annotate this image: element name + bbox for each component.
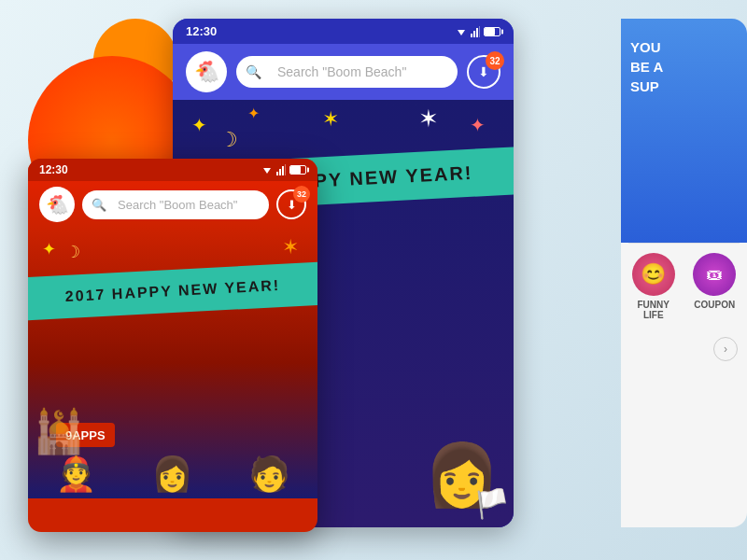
search-icon: 🔍 (246, 64, 261, 79)
back-search-bar[interactable]: 🔍 Search "Boom Beach" (236, 56, 458, 88)
front-search-bar[interactable]: 🔍 Search "Boom Beach" (82, 190, 269, 219)
front-badge: 32 (293, 186, 310, 203)
front-top-bar: 🐔 🔍 Search "Boom Beach" ⬇ 32 (28, 181, 317, 228)
nav-arrow-btn[interactable]: › (713, 337, 738, 361)
front-signal-icon (276, 164, 286, 175)
front-ribbon: 2017 HAPPY NEW YEAR! (28, 261, 317, 320)
india-flag: 🏳️ (474, 487, 509, 520)
app-item-coupon[interactable]: 🎟 COUPON (690, 253, 740, 320)
back-status-bar: 12:30 (173, 19, 514, 44)
svg-rect-7 (279, 169, 281, 175)
arrow-icon: › (724, 343, 727, 356)
char-2: 👩 (151, 455, 193, 494)
coupon-label: COUPON (694, 300, 735, 310)
battery-icon (484, 27, 500, 36)
signal-icon (471, 26, 480, 37)
front-mosque: 🕌 (33, 407, 85, 456)
front-fw-2: ✶ (282, 235, 299, 259)
svg-rect-9 (285, 164, 286, 175)
back-time: 12:30 (186, 24, 217, 38)
svg-rect-6 (276, 172, 278, 175)
front-battery-icon (289, 165, 306, 175)
char-1: 👲 (55, 455, 97, 494)
firework-1: ✦ (191, 114, 207, 136)
front-status-bar: 12:30 (28, 159, 317, 181)
svg-rect-1 (471, 34, 472, 37)
front-search-placeholder: Search "Boom Beach" (118, 198, 237, 212)
nav-arrow-wrap: › (621, 329, 747, 369)
front-moon: ☽ (65, 242, 80, 262)
front-fw-1: ✦ (42, 239, 56, 259)
wifi-icon (456, 26, 467, 37)
front-search-icon: 🔍 (92, 198, 106, 212)
front-status-icons (261, 164, 306, 175)
char-3: 🧑 (248, 455, 290, 494)
firework-3: ✶ (418, 105, 439, 133)
app-item-funny-life[interactable]: 😊 FUNNY LIFE (628, 253, 679, 320)
front-avatar: 🐔 (39, 187, 75, 222)
status-icons (456, 26, 500, 37)
back-avatar: 🐔 (186, 51, 227, 92)
svg-rect-3 (476, 28, 478, 37)
front-download-btn[interactable]: ⬇ 32 (276, 189, 306, 219)
front-search-wrap[interactable]: 🔍 Search "Boom Beach" (82, 190, 269, 219)
svg-marker-0 (458, 30, 465, 35)
characters-row: 👲 👩 🧑 (28, 455, 317, 498)
svg-rect-2 (473, 31, 475, 37)
phone-front: 12:30 🐔 🔍 Search "Boom Beach" ⬇ 32 (28, 159, 317, 532)
funny-life-label: FUNNY LIFE (628, 300, 679, 320)
right-panel: YOU BE A SUP 😊 FUNNY LIFE 🎟 COUPON › (621, 19, 747, 527)
svg-marker-5 (263, 168, 271, 174)
promo-banner: YOU BE A SUP (621, 19, 747, 243)
firework-2: ✦ (470, 114, 486, 136)
back-download-btn[interactable]: ⬇ 32 (467, 55, 500, 89)
firework-4: ✦ (247, 105, 260, 122)
back-top-bar: 🐔 🔍 Search "Boom Beach" ⬇ 32 (173, 44, 514, 100)
back-badge: 32 (486, 51, 504, 70)
back-search-placeholder: Search "Boom Beach" (277, 64, 406, 79)
front-banner-area: ✦ ✶ 2017 HAPPY NEW YEAR! 9APPS 👲 👩 🧑 🕌 ☽ (28, 228, 317, 498)
back-search-wrap[interactable]: 🔍 Search "Boom Beach" (236, 56, 458, 88)
front-wifi-icon (261, 164, 273, 175)
promo-text: YOU BE A SUP (630, 37, 738, 96)
coupon-icon: 🎟 (693, 253, 736, 296)
moon-icon: ☽ (219, 128, 238, 152)
funny-life-icon: 😊 (632, 253, 675, 296)
firework-5: ✶ (322, 107, 339, 132)
front-hny-text: 2017 HAPPY NEW YEAR! (37, 275, 309, 306)
svg-rect-4 (479, 26, 480, 37)
front-time: 12:30 (39, 163, 68, 176)
svg-rect-8 (282, 166, 284, 175)
app-grid: 😊 FUNNY LIFE 🎟 COUPON (621, 244, 747, 329)
